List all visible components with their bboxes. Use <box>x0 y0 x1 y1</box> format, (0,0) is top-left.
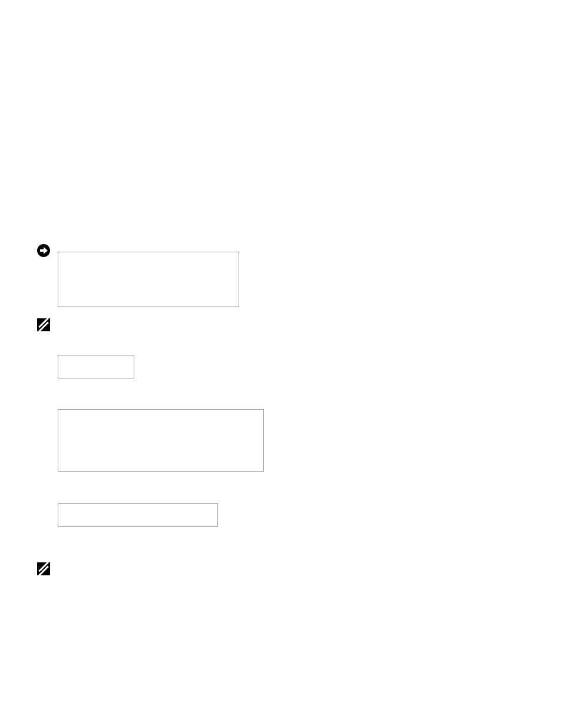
content-box <box>58 409 264 472</box>
note-icon <box>37 562 50 575</box>
content-row <box>37 355 134 378</box>
content-row <box>37 409 264 472</box>
content-box <box>58 355 134 378</box>
note-icon <box>37 318 50 331</box>
content-row <box>37 318 50 331</box>
content-row <box>37 503 218 527</box>
content-row <box>37 244 239 307</box>
arrow-circle-right-icon <box>37 244 50 257</box>
content-box <box>58 503 218 527</box>
content-box <box>58 252 239 307</box>
content-row <box>37 562 50 575</box>
document-page <box>0 0 562 728</box>
